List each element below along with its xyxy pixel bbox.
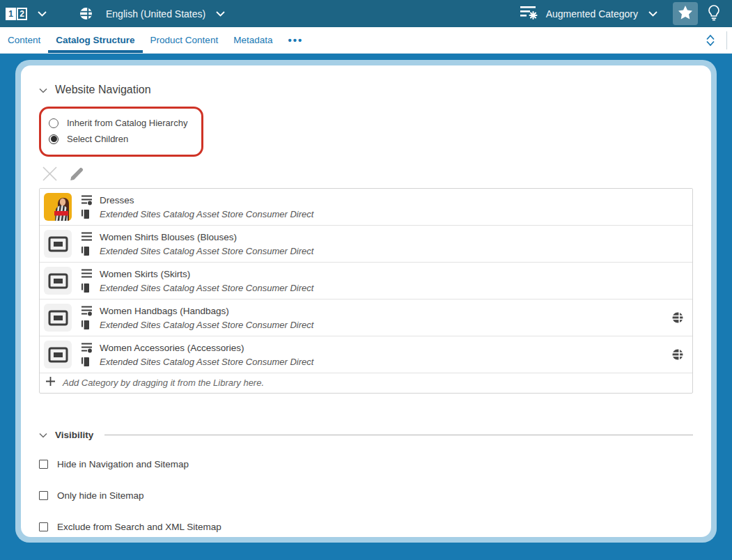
category-name: Women Shirts Blouses (Blouses)	[100, 232, 237, 242]
edit-pencil-button[interactable]	[68, 165, 86, 182]
tab[interactable]: Metadata	[226, 27, 280, 53]
annotation-highlight: Inherit from Catalog Hierarchy Select Ch…	[39, 107, 203, 157]
remove-button[interactable]	[40, 164, 59, 183]
sales-category-icon	[81, 342, 93, 353]
checkbox-icon	[39, 460, 48, 469]
visibility-checkbox-row[interactable]: Hide in Navigation and Sitemap	[39, 459, 693, 469]
favorites-button[interactable]	[673, 2, 698, 25]
visibility-checkbox-row[interactable]: Exclude from Search and XML Sitemap	[39, 522, 693, 532]
category-row[interactable]: Women Shirts Blouses (Blouses)	[40, 226, 692, 263]
language-selector-label[interactable]: English (United States)	[106, 8, 205, 20]
context-label: Augmented Category	[546, 8, 638, 20]
radio-icon	[49, 118, 59, 128]
category-list: Dresses	[39, 188, 693, 394]
radio-label: Inherit from Catalog Hierarchy	[67, 118, 187, 128]
plus-icon	[45, 376, 56, 389]
category-catalog-name: Extended Sites Catalog Asset Store Consu…	[100, 357, 313, 367]
category-name: Women Handbags (Handbags)	[100, 306, 229, 316]
section-title: Website Navigation	[55, 84, 151, 96]
globe-icon	[79, 7, 93, 20]
category-row[interactable]: Women Skirts (Skirts)	[40, 263, 692, 300]
tab-label: Content	[8, 35, 40, 45]
language-chevron-down-icon[interactable]	[216, 10, 225, 17]
tab-label: Product Content	[150, 35, 219, 45]
checkbox-label: Hide in Navigation and Sitemap	[57, 459, 189, 469]
star-icon	[678, 5, 693, 22]
tab[interactable]: Product Content	[143, 27, 226, 53]
category-icon	[81, 231, 93, 242]
category-icon	[81, 268, 93, 279]
content-area: Website Navigation Inherit from Catalog …	[0, 54, 732, 560]
category-thumbnail-dresses	[44, 193, 72, 221]
checkbox-icon	[39, 522, 48, 531]
catalog-structure-panel: Website Navigation Inherit from Catalog …	[21, 65, 711, 537]
version-badge[interactable]: 1 2	[6, 8, 27, 20]
radio-label: Select Children	[67, 134, 128, 144]
version-badge-right: 2	[17, 8, 27, 20]
tab[interactable]: Content	[0, 27, 48, 53]
category-name: Dresses	[100, 195, 134, 205]
category-name: Women Accessories (Accessories)	[100, 343, 244, 353]
category-thumbnail-placeholder	[44, 304, 72, 332]
category-row[interactable]: Women Handbags (Handbags)	[40, 300, 692, 336]
tabs-overflow-button[interactable]: •••	[280, 27, 311, 53]
top-bar: 1 2 English (United States)	[0, 0, 732, 27]
chevron-down-icon	[39, 428, 47, 441]
tab[interactable]: Catalog Structure	[48, 27, 142, 53]
linked-store-globe-icon	[672, 349, 683, 360]
context-chevron-down-icon	[648, 10, 657, 17]
category-catalog-name: Extended Sites Catalog Asset Store Consu…	[100, 320, 313, 330]
help-button[interactable]	[703, 2, 725, 25]
category-thumbnail-placeholder	[44, 341, 72, 368]
visibility-section-header[interactable]: Visibility	[39, 428, 693, 441]
visibility-checkbox-row[interactable]: Only hide in Sitemap	[39, 490, 693, 501]
category-name: Women Skirts (Skirts)	[100, 269, 190, 279]
tabbar-divider	[726, 31, 727, 49]
visibility-section: Visibility Hide in Navigation and Sitema…	[39, 428, 693, 532]
collapse-expand-all-button[interactable]	[704, 33, 717, 48]
checkbox-icon	[39, 491, 48, 500]
card-border: Website Navigation Inherit from Catalog …	[15, 60, 717, 543]
add-category-hint: Add Category by dragging it from the Lib…	[63, 378, 264, 388]
website-navigation-section-header[interactable]: Website Navigation	[39, 84, 693, 96]
chevron-down-icon	[39, 84, 47, 96]
catalog-book-icon	[81, 209, 93, 219]
radio-option[interactable]: Inherit from Catalog Hierarchy	[49, 115, 187, 131]
category-thumbnail-placeholder	[44, 267, 72, 295]
add-category-drop-zone[interactable]: Add Category by dragging it from the Lib…	[40, 373, 692, 393]
category-catalog-name: Extended Sites Catalog Asset Store Consu…	[100, 246, 313, 256]
category-catalog-name: Extended Sites Catalog Asset Store Consu…	[100, 283, 313, 293]
category-catalog-name: Extended Sites Catalog Asset Store Consu…	[100, 209, 313, 219]
augmented-category-icon	[520, 4, 538, 23]
radio-option[interactable]: Select Children	[49, 131, 187, 147]
category-thumbnail-placeholder	[44, 230, 72, 258]
sales-category-icon	[81, 194, 93, 205]
tab-label: Catalog Structure	[56, 35, 134, 45]
radio-icon	[49, 134, 59, 144]
catalog-book-icon	[81, 320, 93, 330]
section-divider-line	[104, 435, 693, 435]
checkbox-label: Exclude from Search and XML Sitemap	[57, 522, 221, 532]
context-selector[interactable]: Augmented Category	[520, 4, 657, 23]
sales-category-icon	[81, 305, 93, 316]
catalog-book-icon	[81, 283, 93, 293]
lightbulb-icon	[707, 4, 721, 24]
category-toolbar	[40, 164, 693, 183]
tab-label: Metadata	[233, 35, 272, 45]
section-title: Visibility	[55, 430, 93, 440]
version-badge-left: 1	[6, 8, 16, 20]
category-row[interactable]: Dresses	[40, 189, 692, 226]
linked-store-globe-icon	[672, 312, 683, 323]
checkbox-label: Only hide in Sitemap	[57, 490, 144, 501]
version-chevron-down-icon[interactable]	[38, 10, 47, 17]
tab-bar: Content Catalog Structure Product Conten…	[0, 27, 732, 54]
catalog-book-icon	[81, 357, 93, 367]
catalog-book-icon	[81, 246, 93, 256]
category-row[interactable]: Women Accessories (Accessories)	[40, 336, 692, 373]
